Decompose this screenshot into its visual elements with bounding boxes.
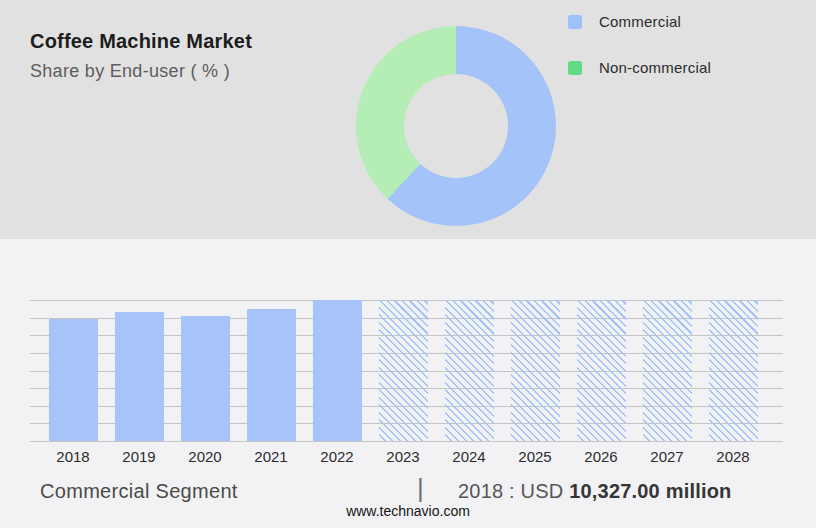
donut-chart bbox=[356, 26, 556, 226]
legend-item-commercial: Commercial bbox=[568, 13, 711, 30]
x-axis-label-2025: 2025 bbox=[502, 448, 568, 465]
donut-legend: CommercialNon-commercial bbox=[568, 13, 711, 76]
x-axis-label-2022: 2022 bbox=[304, 448, 370, 465]
bar-slot bbox=[106, 300, 172, 441]
bar-slot bbox=[172, 300, 238, 441]
title-block: Coffee Machine Market Share by End-user … bbox=[30, 30, 252, 82]
bar-slot bbox=[304, 300, 370, 441]
header-panel: Coffee Machine Market Share by End-user … bbox=[0, 0, 816, 239]
footer-url[interactable]: www.technavio.com bbox=[0, 503, 816, 519]
bar-2024-forecast bbox=[445, 300, 494, 441]
bar-slot bbox=[502, 300, 568, 441]
legend-item-non-commercial: Non-commercial bbox=[568, 59, 711, 76]
x-axis-label-2021: 2021 bbox=[238, 448, 304, 465]
x-axis-label-2024: 2024 bbox=[436, 448, 502, 465]
legend-swatch-commercial bbox=[568, 15, 582, 29]
caption-segment-label: Commercial Segment bbox=[40, 480, 238, 503]
bar-slot bbox=[370, 300, 436, 441]
caption-value-prefix: 2018 : USD bbox=[458, 480, 569, 502]
caption-separator: | bbox=[417, 473, 424, 504]
bar-2019 bbox=[115, 312, 164, 441]
legend-label: Commercial bbox=[599, 13, 681, 30]
bar-2018 bbox=[49, 319, 98, 441]
bar-slot bbox=[634, 300, 700, 441]
bar-2022 bbox=[313, 300, 362, 441]
bar-2020 bbox=[181, 316, 230, 441]
x-axis-label-2026: 2026 bbox=[568, 448, 634, 465]
bar-slot bbox=[238, 300, 304, 441]
x-axis-label-2027: 2027 bbox=[634, 448, 700, 465]
bar-slot bbox=[40, 300, 106, 441]
bar-2021 bbox=[247, 309, 296, 441]
x-axis-label-2019: 2019 bbox=[106, 448, 172, 465]
legend-label: Non-commercial bbox=[599, 59, 711, 76]
bar-2027-forecast bbox=[643, 300, 692, 441]
page-subtitle: Share by End-user ( % ) bbox=[30, 61, 252, 82]
bar-2028-forecast bbox=[709, 300, 758, 441]
donut-hole bbox=[404, 74, 508, 178]
bar-slot bbox=[700, 300, 766, 441]
x-axis-labels: 2018201920202021202220232024202520262027… bbox=[40, 448, 766, 465]
bar-2025-forecast bbox=[511, 300, 560, 441]
x-axis-label-2028: 2028 bbox=[700, 448, 766, 465]
infographic-canvas: Coffee Machine Market Share by End-user … bbox=[0, 0, 816, 528]
bar-slot bbox=[568, 300, 634, 441]
bar-2026-forecast bbox=[577, 300, 626, 441]
x-axis-label-2018: 2018 bbox=[40, 448, 106, 465]
page-title: Coffee Machine Market bbox=[30, 30, 252, 53]
bar-slot bbox=[436, 300, 502, 441]
x-axis-label-2020: 2020 bbox=[172, 448, 238, 465]
bar-2023-forecast bbox=[379, 300, 428, 441]
x-axis-label-2023: 2023 bbox=[370, 448, 436, 465]
caption-value: 2018 : USD 10,327.00 million bbox=[458, 480, 732, 503]
caption-value-amount: 10,327.00 million bbox=[569, 480, 731, 502]
legend-swatch-non-commercial bbox=[568, 61, 582, 75]
bar-series bbox=[40, 300, 766, 441]
